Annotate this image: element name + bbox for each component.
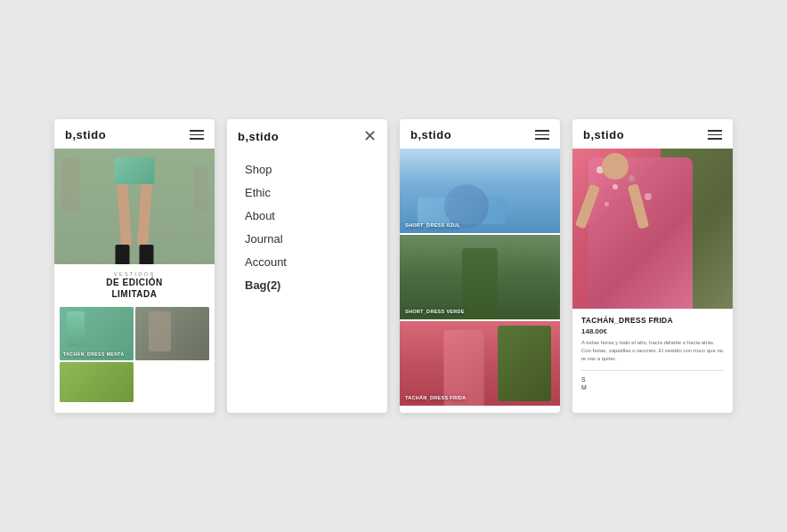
nav-menu: Shop Ethic About Journal Account Bag(2) bbox=[227, 151, 387, 304]
menu-item-journal[interactable]: Journal bbox=[245, 228, 369, 251]
shoe-left bbox=[116, 245, 130, 264]
screen1-header: b,stido bbox=[54, 119, 215, 149]
size-options: S M bbox=[581, 376, 724, 391]
menu-item-ethic[interactable]: Ethic bbox=[245, 181, 369, 205]
screen3-content: SHORT_DRESS AZUL SHORT_DRESS VERDE TACHÁ… bbox=[400, 149, 560, 413]
leg-left bbox=[117, 180, 132, 247]
building-left bbox=[61, 157, 79, 211]
hamburger-icon-1[interactable] bbox=[190, 130, 204, 140]
screen4-content: TACHÁN_DRESS FRIDA 148.00€ A todas horas… bbox=[572, 149, 733, 413]
menu-item-shop[interactable]: Shop bbox=[245, 158, 369, 181]
product-thumb-2[interactable]: SHORT_DRESS VERDE bbox=[400, 235, 560, 319]
screen2-content: Shop Ethic About Journal Account Bag(2) bbox=[227, 151, 387, 413]
brand-logo-2: b,stido bbox=[238, 130, 279, 143]
brand-logo-3: b,stido bbox=[410, 128, 451, 141]
brand-logo-4: b,stido bbox=[583, 128, 624, 141]
product-detail-price: 148.00€ bbox=[581, 327, 724, 335]
grid-item-1-label: TACHÁN_DRESS MENTA bbox=[63, 351, 125, 357]
screen1-content: VESTIDOS DE EDICIÓN LIMITADA TACHÁN_DRES… bbox=[54, 149, 215, 413]
screen-home: b,stido V bbox=[54, 119, 215, 413]
hero-main-title: DE EDICIÓN LIMITADA bbox=[60, 277, 209, 300]
hero-title-block: VESTIDOS DE EDICIÓN LIMITADA bbox=[54, 264, 215, 303]
dress-figure bbox=[588, 157, 693, 309]
close-icon-2[interactable]: ✕ bbox=[363, 128, 377, 144]
leg-right bbox=[137, 180, 152, 247]
menu-item-about[interactable]: About bbox=[245, 205, 369, 228]
product-detail-description: A todas horas y todo el año, hacía delan… bbox=[581, 339, 724, 363]
screen-menu: b,stido ✕ Shop Ethic About Journal Accou… bbox=[227, 119, 387, 413]
grid-item-2[interactable] bbox=[135, 307, 209, 360]
menu-item-account[interactable]: Account bbox=[245, 251, 369, 274]
screen2-header: b,stido ✕ bbox=[227, 119, 387, 151]
product-3-label: TACHÁN_DRESS FRIDA bbox=[405, 395, 467, 400]
size-divider bbox=[581, 370, 724, 371]
product-thumb-3[interactable]: TACHÁN_DRESS FRIDA bbox=[400, 321, 560, 406]
grid-item-3[interactable] bbox=[60, 362, 134, 402]
product-detail-image bbox=[572, 149, 733, 309]
size-s[interactable]: S bbox=[581, 376, 724, 383]
product-detail-info: TACHÁN_DRESS FRIDA 148.00€ A todas horas… bbox=[572, 309, 733, 398]
grid-item-1[interactable]: TACHÁN_DRESS MENTA bbox=[60, 307, 134, 360]
screen3-header: b,stido bbox=[400, 119, 560, 149]
product-grid-1: TACHÁN_DRESS MENTA bbox=[54, 303, 215, 402]
dress-hem bbox=[115, 157, 155, 184]
shoe-right bbox=[140, 245, 154, 264]
menu-item-bag[interactable]: Bag(2) bbox=[245, 274, 369, 297]
hero-image-1 bbox=[54, 149, 215, 264]
legs-figure bbox=[110, 157, 159, 264]
screen4-header: b,stido bbox=[572, 119, 733, 149]
product-1-label: SHORT_DRESS AZUL bbox=[405, 222, 460, 228]
building-right bbox=[194, 166, 207, 211]
screens-container: b,stido V bbox=[54, 119, 733, 413]
brand-logo-1: b,stido bbox=[65, 128, 106, 141]
product-thumb-1[interactable]: SHORT_DRESS AZUL bbox=[400, 149, 560, 233]
hamburger-icon-4[interactable] bbox=[708, 130, 722, 140]
size-m[interactable]: M bbox=[581, 384, 724, 391]
product-detail-name: TACHÁN_DRESS FRIDA bbox=[581, 316, 724, 325]
person-head bbox=[602, 153, 629, 180]
product-2-label: SHORT_DRESS VERDE bbox=[405, 309, 465, 314]
hamburger-icon-3[interactable] bbox=[535, 130, 549, 140]
product-list: SHORT_DRESS AZUL SHORT_DRESS VERDE TACHÁ… bbox=[400, 149, 560, 406]
screen-product-list: b,stido SHORT_DRESS AZUL SHORT_DRESS VER bbox=[400, 119, 560, 413]
screen-product-detail: b,stido bbox=[572, 119, 733, 413]
